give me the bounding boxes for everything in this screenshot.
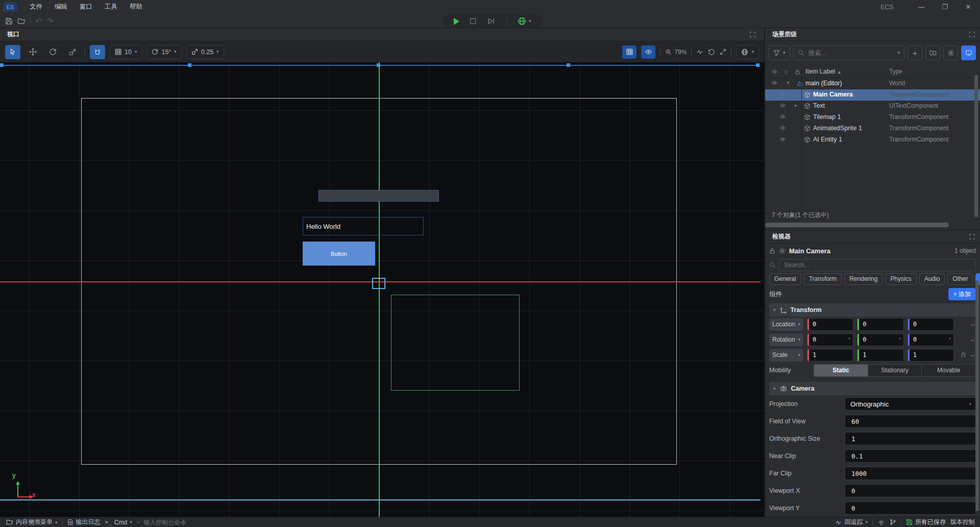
tree-row-tilemap[interactable]: Tilemap 1 TransformComponent: [765, 112, 980, 123]
location-x-field[interactable]: [807, 318, 853, 331]
redo-icon[interactable]: ↷: [46, 16, 53, 26]
menu-window[interactable]: 窗口: [75, 1, 97, 13]
play-icon[interactable]: [454, 18, 459, 25]
inspector-expand-icon[interactable]: [969, 234, 975, 239]
mobility-movable[interactable]: Movable: [922, 365, 975, 376]
app-logo[interactable]: ES: [3, 2, 17, 12]
uniform-scale-lock-icon[interactable]: [961, 351, 966, 358]
visibility-column-icon[interactable]: [771, 69, 778, 75]
canvas-selection-top-edge[interactable]: [0, 65, 761, 66]
content-drawer-toggle[interactable]: 内容侧滑菜单 ▾: [6, 518, 58, 526]
far-clip-field[interactable]: [845, 467, 976, 480]
selection-handle[interactable]: [0, 63, 4, 67]
maximize-button[interactable]: ❐: [933, 0, 957, 14]
type-column[interactable]: Type: [889, 68, 902, 75]
favorite-column-icon[interactable]: ☆: [783, 68, 789, 76]
lock-column-icon[interactable]: [795, 69, 800, 75]
scene-canvas[interactable]: Hello World Button y x: [0, 62, 764, 517]
orthographic-size-field[interactable]: [845, 432, 976, 445]
hierarchy-horizontal-scrollbar[interactable]: [765, 223, 949, 227]
unlock-icon[interactable]: [769, 248, 775, 254]
scale-tool-button[interactable]: [65, 45, 80, 59]
console-command-entry[interactable]: >: [137, 518, 209, 526]
menu-help[interactable]: 帮助: [125, 1, 148, 13]
undo-icon[interactable]: ↶: [35, 16, 42, 26]
mobility-stationary[interactable]: Stationary: [868, 365, 922, 376]
camera-section-header[interactable]: ▾ Camera: [769, 382, 976, 395]
tab-transform[interactable]: Transform: [804, 273, 842, 285]
tree-row-main[interactable]: ▾ main (Editor) World: [765, 78, 980, 89]
eye-icon[interactable]: [771, 80, 778, 86]
menu-edit[interactable]: 编辑: [50, 1, 72, 13]
eye-icon[interactable]: [779, 136, 786, 142]
stop-icon[interactable]: [470, 18, 476, 24]
transform-section-header[interactable]: ▾ Transform: [769, 303, 976, 317]
tab-audio[interactable]: Audio: [919, 273, 945, 285]
tab-general[interactable]: General: [769, 273, 801, 285]
world-view-dropdown[interactable]: ▾: [736, 45, 759, 59]
pivot-handle[interactable]: [372, 278, 385, 289]
field-of-view-field[interactable]: [845, 415, 976, 428]
add-component-button[interactable]: + 添加: [948, 288, 976, 300]
rotate-snap-dropdown[interactable]: 15° ▾: [146, 45, 181, 59]
screen-view-button[interactable]: [961, 45, 976, 60]
rotation-x-field[interactable]: °: [807, 333, 853, 346]
menu-tools[interactable]: 工具: [100, 1, 122, 13]
zoom-control[interactable]: 79%: [665, 49, 687, 56]
save-icon[interactable]: [5, 17, 13, 25]
step-forward-icon[interactable]: [487, 17, 496, 25]
tree-row-text[interactable]: ▸ Text UITextComponent: [765, 101, 980, 112]
hierarchy-search[interactable]: ▾: [793, 45, 904, 60]
show-grid-toggle[interactable]: [622, 45, 636, 59]
selection-handle[interactable]: [188, 63, 191, 67]
eye-icon[interactable]: [779, 91, 786, 97]
item-label-column[interactable]: Item Label ▲: [805, 68, 842, 75]
close-button[interactable]: ✕: [957, 0, 980, 14]
rotation-y-field[interactable]: °: [857, 333, 903, 346]
open-folder-icon[interactable]: [17, 17, 26, 25]
filter-dropdown[interactable]: ▾: [769, 45, 790, 60]
hierarchy-expand-icon[interactable]: [969, 32, 975, 37]
minimize-button[interactable]: —: [910, 0, 933, 14]
viewport-y-field[interactable]: [845, 501, 976, 515]
tab-other[interactable]: Other: [947, 273, 973, 285]
selection-handle[interactable]: [756, 63, 760, 67]
move-tool-button[interactable]: [25, 45, 40, 59]
new-folder-button[interactable]: [925, 45, 940, 60]
near-clip-field[interactable]: [845, 449, 976, 463]
version-control-button[interactable]: 版本控制: [950, 518, 975, 526]
rotation-dropdown[interactable]: Rotation▾: [769, 333, 803, 346]
location-y-field[interactable]: [857, 318, 903, 331]
fullscreen-icon[interactable]: [720, 49, 726, 55]
add-entity-button[interactable]: +: [908, 45, 922, 60]
ui-text-widget[interactable]: Hello World: [303, 217, 424, 235]
reset-view-icon[interactable]: [708, 49, 715, 56]
stats-icon[interactable]: [696, 49, 703, 55]
console-command-input[interactable]: [142, 518, 209, 526]
projection-dropdown[interactable]: Orthographic ▾: [845, 397, 976, 411]
scale-z-field[interactable]: [908, 349, 954, 362]
viewport-expand-icon[interactable]: [750, 32, 755, 37]
location-dropdown[interactable]: Location▾: [769, 318, 803, 331]
inspector-search-input[interactable]: [783, 261, 972, 269]
rotate-tool-button[interactable]: [45, 45, 60, 59]
collapse-chevron-icon[interactable]: ▾: [787, 81, 790, 85]
tab-physics[interactable]: Physics: [885, 273, 916, 285]
menu-file[interactable]: 文件: [24, 1, 47, 13]
tab-rendering[interactable]: Rendering: [844, 273, 883, 285]
viewport-x-field[interactable]: [845, 484, 976, 497]
scale-snap-dropdown[interactable]: 0.25 ▾: [186, 45, 224, 59]
tree-row-main-camera[interactable]: Main Camera TransformComponent: [765, 89, 980, 101]
cmd-dropdown[interactable]: >_ Cmd ▾: [105, 519, 132, 526]
ui-button-widget[interactable]: Button: [303, 242, 375, 266]
scale-y-field[interactable]: [857, 349, 903, 362]
visibility-toggle[interactable]: [641, 45, 655, 59]
git-branch-icon[interactable]: [890, 519, 896, 525]
grid-snap-dropdown[interactable]: 10 ▾: [110, 45, 142, 59]
tree-row-ai-entity[interactable]: AI Entity 1 TransformComponent: [765, 134, 980, 146]
output-log-button[interactable]: 输出日志: [67, 518, 101, 526]
run-target-globe-icon[interactable]: ▾: [518, 17, 531, 26]
inspector-vertical-scrollbar[interactable]: [975, 280, 979, 511]
rotation-z-field[interactable]: °: [908, 333, 954, 346]
snap-magnet-button[interactable]: [90, 45, 105, 59]
